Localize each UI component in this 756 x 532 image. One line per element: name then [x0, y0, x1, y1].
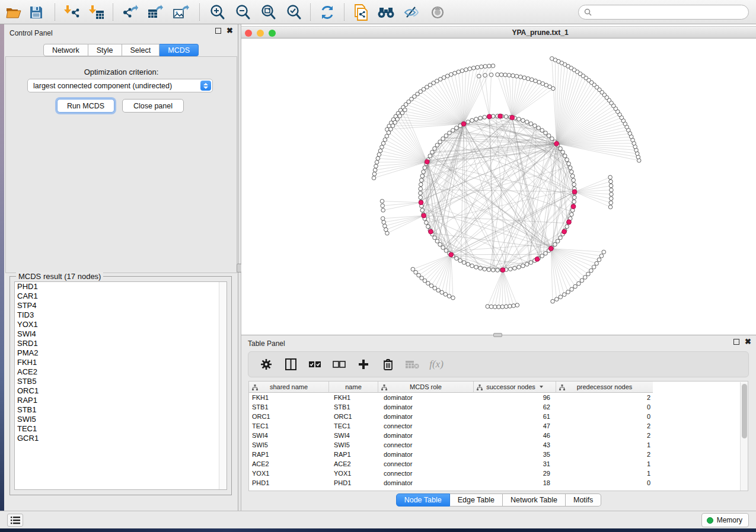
- table-cell[interactable]: dominator: [378, 478, 474, 488]
- tab-mcds[interactable]: MCDS: [160, 44, 199, 56]
- graph-node[interactable]: [496, 268, 500, 273]
- table-cell[interactable]: connector: [378, 421, 474, 431]
- graph-node[interactable]: [537, 126, 541, 130]
- graph-node[interactable]: [460, 69, 464, 73]
- mcds-graph-node[interactable]: [498, 114, 503, 118]
- table-cell[interactable]: SWI4: [329, 431, 378, 440]
- mcds-result-item[interactable]: SWI5: [15, 415, 227, 424]
- graph-node[interactable]: [595, 261, 599, 265]
- mcds-result-item[interactable]: SRD1: [15, 339, 227, 348]
- graph-node[interactable]: [507, 73, 511, 78]
- table-row[interactable]: ORC1ORC1dominator610: [249, 412, 741, 421]
- graph-node[interactable]: [426, 281, 430, 286]
- graph-node[interactable]: [565, 158, 569, 162]
- table-cell[interactable]: PHD1: [329, 478, 378, 488]
- graph-node[interactable]: [563, 154, 567, 158]
- mcds-graph-node[interactable]: [461, 121, 466, 126]
- graph-node[interactable]: [455, 126, 459, 130]
- tab-node-table[interactable]: Node Table: [396, 493, 450, 507]
- graph-node[interactable]: [449, 72, 453, 76]
- graph-node[interactable]: [466, 262, 470, 267]
- mcds-graph-node[interactable]: [548, 246, 553, 251]
- graph-node[interactable]: [566, 290, 570, 294]
- graph-node[interactable]: [529, 122, 533, 126]
- table-cell[interactable]: RAP1: [249, 450, 329, 459]
- table-cell[interactable]: 2: [556, 393, 653, 402]
- table-body[interactable]: FKH1FKH1dominator962STB1STB1dominator620…: [249, 393, 741, 488]
- table-cell[interactable]: 18: [474, 478, 556, 488]
- graph-node[interactable]: [503, 73, 508, 77]
- mcds-result-item[interactable]: ACE2: [15, 367, 227, 377]
- delete-column-icon[interactable]: [381, 357, 395, 371]
- table-cell[interactable]: YOX1: [329, 469, 378, 478]
- graph-node[interactable]: [497, 305, 501, 309]
- graph-node[interactable]: [457, 70, 461, 74]
- graph-node[interactable]: [541, 82, 545, 86]
- task-history-button[interactable]: [7, 514, 23, 527]
- table-cell[interactable]: STB1: [329, 402, 378, 412]
- graph-node[interactable]: [455, 257, 459, 261]
- graph-node[interactable]: [572, 196, 576, 200]
- graph-node[interactable]: [441, 137, 445, 141]
- graph-node[interactable]: [580, 278, 584, 283]
- graph-node[interactable]: [537, 80, 541, 84]
- graph-node[interactable]: [381, 204, 385, 208]
- graph-node[interactable]: [511, 73, 515, 78]
- graph-node[interactable]: [609, 180, 613, 184]
- column-header-predecessor-nodes[interactable]: predecessor nodes: [556, 382, 653, 393]
- graph-node[interactable]: [609, 201, 613, 205]
- graph-node[interactable]: [430, 150, 435, 155]
- import-table-icon[interactable]: [88, 4, 106, 20]
- graph-node[interactable]: [471, 66, 476, 70]
- graph-node[interactable]: [499, 73, 503, 77]
- graph-node[interactable]: [570, 287, 574, 291]
- table-cell[interactable]: 1: [556, 440, 653, 450]
- graph-node[interactable]: [422, 170, 426, 174]
- mcds-result-item[interactable]: SWI4: [15, 329, 227, 339]
- close-panel-icon[interactable]: ✖: [745, 339, 751, 345]
- table-cell[interactable]: dominator: [378, 431, 474, 440]
- clone-network-icon[interactable]: [352, 4, 370, 20]
- graph-node[interactable]: [474, 265, 479, 270]
- graph-node[interactable]: [500, 305, 505, 309]
- graph-node[interactable]: [383, 224, 387, 228]
- mcds-graph-node[interactable]: [554, 142, 559, 146]
- zoom-fit-icon[interactable]: [259, 4, 277, 20]
- graph-node[interactable]: [444, 293, 448, 297]
- table-cell[interactable]: connector: [378, 469, 474, 478]
- graph-node[interactable]: [435, 239, 439, 243]
- graph-node[interactable]: [508, 267, 512, 271]
- table-cell[interactable]: YOX1: [249, 469, 329, 478]
- graph-node[interactable]: [565, 225, 569, 229]
- graph-node[interactable]: [381, 217, 385, 221]
- graph-node[interactable]: [610, 188, 614, 192]
- graph-node[interactable]: [570, 213, 574, 217]
- graph-node[interactable]: [470, 118, 474, 123]
- graph-node[interactable]: [487, 64, 492, 68]
- graph-node[interactable]: [519, 75, 523, 79]
- mcds-result-item[interactable]: YOX1: [15, 320, 227, 329]
- save-icon[interactable]: [27, 4, 45, 20]
- table-cell[interactable]: connector: [378, 440, 474, 450]
- search-input[interactable]: [595, 8, 737, 17]
- graph-node[interactable]: [522, 76, 527, 80]
- graph-node[interactable]: [526, 76, 530, 81]
- table-row[interactable]: STB1STB1dominator620: [249, 402, 741, 412]
- graph-node[interactable]: [487, 268, 491, 272]
- search-binoculars-icon[interactable]: [377, 4, 395, 20]
- graph-node[interactable]: [554, 297, 559, 302]
- graph-node[interactable]: [474, 117, 479, 121]
- graph-node[interactable]: [599, 254, 604, 258]
- graph-node[interactable]: [491, 268, 495, 272]
- graph-node[interactable]: [385, 134, 389, 139]
- graph-node[interactable]: [433, 286, 437, 290]
- graph-node[interactable]: [491, 64, 495, 68]
- mcds-result-item[interactable]: TEC1: [15, 424, 227, 434]
- float-panel-icon[interactable]: [733, 339, 739, 345]
- table-cell[interactable]: 29: [474, 469, 556, 478]
- graph-node[interactable]: [428, 154, 432, 158]
- mcds-result-item[interactable]: GCR1: [15, 434, 227, 443]
- tab-edge-table[interactable]: Edge Table: [450, 493, 503, 507]
- graph-node[interactable]: [583, 275, 587, 280]
- graph-node[interactable]: [544, 251, 548, 255]
